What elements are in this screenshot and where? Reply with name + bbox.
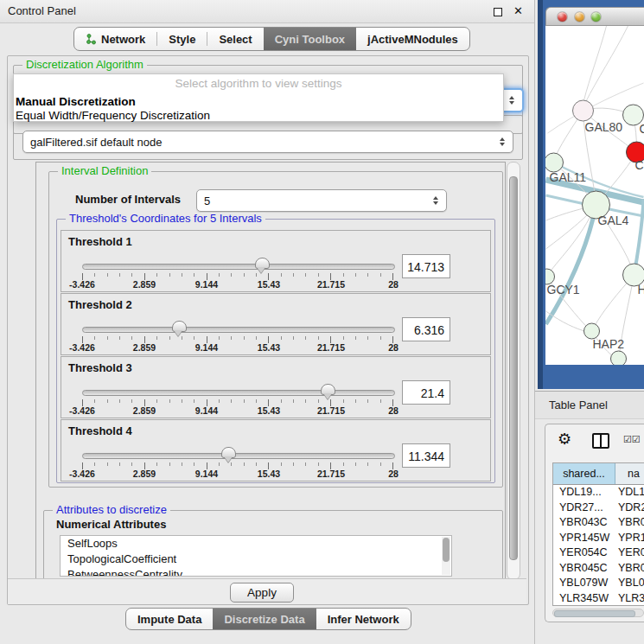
control-panel-tabs: NetworkStyleSelectCyni ToolboxjActiveMNo… [73, 27, 470, 51]
network-node[interactable] [545, 153, 564, 172]
column-header-name[interactable]: na [615, 463, 644, 484]
slider-thumb[interactable] [255, 258, 270, 269]
thresholds-legend: Threshold's Coordinates for 5 Intervals [66, 213, 265, 225]
table-row[interactable]: YER054CYER0 [553, 545, 644, 561]
slider-tick-labels: -3.4262.8599.14415.4321.71528 [82, 405, 393, 416]
threshold-value-field[interactable]: 6.316 [402, 317, 450, 341]
threshold-value-field[interactable]: 21.4 [402, 380, 450, 405]
tab-jactivemnodules[interactable]: jActiveMNodules [356, 28, 469, 50]
tab-cyni-toolbox[interactable]: Cyni Toolbox [264, 28, 356, 50]
table-panel-title: Table Panel [549, 392, 608, 418]
mac-minimize-icon[interactable] [575, 12, 584, 22]
table-row[interactable]: YDR27...YDR2 [553, 501, 644, 516]
interval-definition-legend: Interval Definition [58, 165, 151, 177]
algorithm-option-equal-width-frequency-discretization[interactable]: Equal Width/Frequency Discretization [14, 109, 503, 123]
network-edge[interactable] [584, 26, 607, 100]
tab-style[interactable]: Style [157, 28, 207, 50]
float-window-icon[interactable] [494, 8, 502, 16]
slider-track[interactable] [82, 453, 395, 459]
network-edge[interactable] [546, 205, 596, 324]
network-view-window[interactable]: GAL80GACGAL11GAL4GCY1HHAP2 [538, 0, 644, 389]
slider-thumb[interactable] [172, 321, 187, 332]
cyni-toolbox-panel: Discretization Algorithm Table Data galF… [7, 55, 529, 605]
slider-thumb[interactable] [221, 447, 236, 458]
table-row[interactable]: YPR145WYPR1 [553, 531, 644, 546]
node-attribute-table[interactable]: shared... na YDL19...YDL1YDR27...YDR2YBR… [552, 462, 644, 606]
cell-name[interactable]: YDR2 [615, 501, 644, 516]
cell-name[interactable]: YBL0 [615, 576, 644, 591]
list-item-topologicalcoefficient[interactable]: TopologicalCoefficient [61, 552, 451, 567]
checkbox-columns-icon[interactable]: ☑☑ [623, 434, 641, 445]
numerical-attributes-list[interactable]: SelfLoopsTopologicalCoefficientBetweenne… [60, 535, 452, 577]
table-horizontal-scrollbar[interactable] [552, 609, 644, 617]
table-row[interactable]: YBL079WYBL0 [553, 576, 644, 591]
table-row[interactable]: YBR043CYBR0 [553, 515, 644, 531]
cell-shared-name[interactable]: YBL079W [553, 576, 615, 591]
table-panel-titlebar: Table Panel [535, 391, 644, 419]
node-label: C [635, 158, 644, 172]
cell-shared-name[interactable]: YBR043C [553, 515, 615, 531]
threshold-panel-1: Threshold 1-3.4262.8599.14415.4321.71528… [61, 230, 491, 292]
list-item-betweennesscentrality[interactable]: BetweennessCentrality [61, 567, 451, 577]
settings-scrollbar[interactable] [507, 162, 520, 580]
network-node[interactable] [611, 351, 627, 365]
close-icon[interactable]: ✕ [513, 0, 523, 22]
cell-shared-name[interactable]: YBR045C [553, 561, 615, 577]
node-label: H [638, 283, 644, 296]
table-row[interactable]: YLR345WYLR3 [553, 591, 644, 607]
bottom-tab-impute-data[interactable]: Impute Data [126, 609, 213, 629]
column-header-shared-name[interactable]: shared... [553, 463, 615, 484]
tab-label: Select [219, 33, 252, 46]
cell-shared-name[interactable]: YDL19... [553, 485, 615, 501]
network-node[interactable] [573, 100, 594, 121]
cell-name[interactable]: YDL1 [615, 485, 644, 501]
tab-label: jActiveMNodules [367, 33, 458, 46]
control-panel-window: Control Panel ✕ NetworkStyleSelectCyni T… [0, 0, 535, 644]
mac-zoom-icon[interactable] [591, 12, 601, 22]
threshold-value-field[interactable]: 11.344 [402, 443, 450, 468]
tab-network[interactable]: Network [74, 28, 156, 50]
cell-shared-name[interactable]: YER054C [553, 545, 615, 561]
apply-strip: Apply [8, 578, 526, 604]
tab-select[interactable]: Select [207, 28, 263, 50]
number-of-intervals-combobox[interactable]: 5 [196, 189, 447, 212]
bottom-tab-discretize-data[interactable]: Discretize Data [213, 609, 316, 629]
slider-track[interactable] [82, 264, 395, 270]
threshold-value-field[interactable]: 14.713 [402, 254, 450, 278]
cell-shared-name[interactable]: YDR27... [553, 501, 615, 516]
network-window-titlebar[interactable] [545, 7, 644, 26]
stepper-icon [496, 137, 508, 147]
table-header-row: shared... na [553, 463, 644, 485]
network-canvas[interactable]: GAL80GACGAL11GAL4GCY1HHAP2 [545, 26, 644, 365]
network-icon [86, 34, 97, 45]
table-data-combobox[interactable]: galFiltered.sif default node [22, 131, 513, 153]
node-label: GA [640, 122, 644, 136]
table-row[interactable]: YDL19...YDL1 [553, 485, 644, 501]
apply-button[interactable]: Apply [230, 583, 294, 603]
algorithm-option-manual-discretization[interactable]: Manual Discretization [14, 95, 503, 109]
bottom-tab-infer-network[interactable]: Infer Network [316, 609, 411, 629]
slider-thumb[interactable] [321, 384, 335, 395]
network-edge[interactable] [586, 26, 628, 102]
cell-shared-name[interactable]: YPR145W [553, 531, 615, 546]
table-row[interactable]: YBR045CYBR0 [553, 561, 644, 577]
slider-track[interactable] [82, 327, 395, 333]
mac-close-icon[interactable] [558, 12, 567, 22]
threshold-label: Threshold 2 [68, 298, 132, 311]
cell-shared-name[interactable]: YLR345W [553, 591, 615, 607]
slider-track[interactable] [82, 390, 395, 396]
attributes-list-scrollbar[interactable] [442, 537, 450, 575]
gear-icon[interactable]: ⚙ [558, 430, 571, 449]
cell-name[interactable]: YPR1 [615, 531, 644, 546]
cell-name[interactable]: YLR3 [615, 591, 644, 607]
cell-name[interactable]: YBR0 [615, 561, 644, 577]
interval-definition-group: Interval Definition Number of Intervals … [48, 171, 503, 488]
control-panel-title: Control Panel [8, 0, 76, 22]
columns-icon[interactable] [592, 433, 609, 449]
list-item-selfloops[interactable]: SelfLoops [61, 536, 451, 552]
cell-name[interactable]: YER0 [615, 545, 644, 561]
algorithm-dropdown-popup: Select algorithm to view settings Manual… [13, 73, 504, 122]
tab-label: Style [169, 33, 195, 46]
cell-name[interactable]: YBR0 [615, 515, 644, 531]
threshold-label: Threshold 4 [68, 424, 132, 437]
